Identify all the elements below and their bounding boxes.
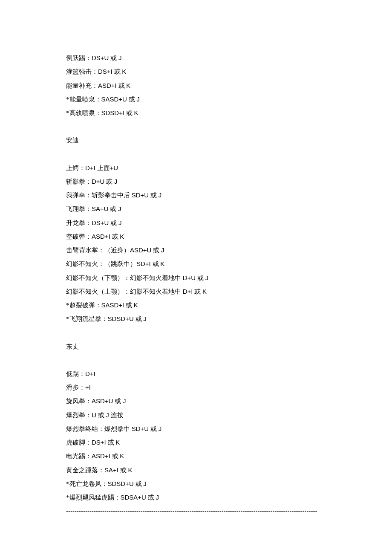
- move-name: 上鳄：: [66, 165, 85, 171]
- move-name: 电光踢：: [66, 453, 92, 460]
- move-line: 低踢：D+I: [66, 367, 326, 381]
- move-name: *爆烈飓风猛虎踢：: [66, 494, 121, 501]
- move-line: *飞翔流星拳：SDSD+U 或 J: [66, 312, 326, 326]
- move-alt: J: [159, 191, 162, 199]
- move-name: 我弹幸：斩影拳击中后: [66, 192, 132, 199]
- move-suffix: 或: [118, 467, 128, 474]
- move-suffix: 或: [113, 398, 123, 405]
- move-suffix: 或: [96, 412, 106, 419]
- move-alt: K: [128, 466, 132, 474]
- move-alt: J: [205, 274, 209, 281]
- move-cmd: SDSA+U: [121, 494, 146, 501]
- move-name: *飞翔流星拳：: [66, 315, 108, 322]
- move-cmd: SD+U: [132, 425, 149, 432]
- move-suffix: 或: [124, 110, 134, 116]
- move-suffix: 或: [134, 480, 144, 487]
- move-cmd: SDSD+U: [108, 315, 134, 322]
- move-name: 爆烈拳：: [66, 412, 92, 419]
- move-line: 爆烈拳：U 或 J 连按: [66, 408, 326, 422]
- move-alt: J: [143, 480, 147, 487]
- move-name: 幻影不知火（上颚）：幻影不知火着地中: [66, 288, 183, 295]
- move-suffix: 或: [134, 315, 144, 322]
- move-line: 击臂背水掌：（近身）ASD+U 或 J: [66, 243, 326, 257]
- move-alt: K: [115, 439, 120, 446]
- move-alt: J: [118, 219, 122, 226]
- section-spacer: [66, 326, 326, 340]
- move-cmd: SDSD+I: [101, 109, 125, 116]
- move-suffix: 或: [104, 178, 114, 185]
- move-line: 灌篮强击：DS+I 或 K: [66, 65, 326, 78]
- move-cmd: SASD+U: [101, 95, 127, 103]
- move-alt: K: [120, 452, 124, 460]
- move-alt: K: [122, 68, 126, 75]
- move-suffix: 或: [151, 247, 161, 254]
- move-cmd: DS+I: [98, 68, 112, 75]
- move-suffix: 或: [112, 68, 122, 75]
- section-spacer: [66, 353, 326, 367]
- move-cmd: ASD+U: [130, 246, 151, 254]
- move-suffix: 或: [106, 439, 116, 446]
- move-alt: J: [123, 397, 126, 405]
- move-cmd: ASD+I: [98, 82, 117, 89]
- move-line: 我弹幸：斩影拳击中后 SD+U 或 J: [66, 188, 326, 202]
- move-line: 倒跃踢：DS+U 或 J: [66, 51, 326, 65]
- move-cmd: D+I: [85, 370, 95, 377]
- move-name: 幻影不知火（下颚）：幻影不知火着地中: [66, 275, 183, 281]
- move-name: 爆烈拳终结：爆烈拳中: [66, 425, 132, 432]
- move-line: 虎破脚：DS+I 或 K: [66, 436, 326, 449]
- move-suffix: 或: [196, 275, 205, 281]
- move-name: 滑步：: [66, 384, 85, 391]
- move-suffix: 或: [110, 233, 120, 240]
- move-alt: K: [126, 82, 130, 89]
- move-suffix: 或: [109, 55, 118, 61]
- move-cmd: DS+U: [92, 219, 109, 226]
- move-name: 升龙拳：: [66, 220, 92, 226]
- move-line: *超裂破弹：SASD+I 或 K: [66, 298, 326, 312]
- move-suffix: 或: [110, 453, 120, 460]
- move-suffix: 或: [193, 288, 203, 295]
- move-line: 滑步：+I: [66, 381, 326, 394]
- move-cmd: SDSD+U: [108, 480, 134, 487]
- move-name: *高轨喷泉：: [66, 110, 101, 116]
- move-cmd: SASD+I: [101, 301, 124, 309]
- section-spacer: [66, 147, 326, 161]
- move-name: 能量补充：: [66, 82, 98, 89]
- move-line: *能量喷泉：SASD+U 或 J: [66, 92, 326, 106]
- move-line: 幻影不知火：（跳跃中）SD+I 或 K: [66, 257, 326, 271]
- move-cmd: D+U: [92, 178, 104, 185]
- move-line: 爆烈拳终结：爆烈拳中 SD+U 或 J: [66, 422, 326, 436]
- move-name: *超裂破弹：: [66, 302, 101, 309]
- move-name: 低踢：: [66, 370, 85, 377]
- move-tail: 连按: [109, 412, 124, 419]
- move-cmd: ASD+U: [92, 397, 113, 405]
- move-name: 黄金之踵落：: [66, 467, 104, 474]
- move-alt: +U: [110, 164, 118, 171]
- move-alt: K: [160, 260, 164, 267]
- move-suffix: 或: [124, 302, 134, 309]
- document-page: 倒跃踢：DS+U 或 J 灌篮强击：DS+I 或 K 能量补充：ASD+I 或 …: [0, 0, 392, 535]
- move-alt: J: [118, 205, 121, 212]
- move-suffix: 或: [109, 205, 118, 212]
- move-name: 飞翔拳：: [66, 205, 92, 212]
- move-alt: K: [202, 288, 207, 295]
- move-name: *能量喷泉：: [66, 96, 101, 103]
- move-alt: K: [134, 109, 138, 116]
- move-line: 黄金之踵落：SA+I 或 K: [66, 463, 326, 477]
- move-suffix: 或: [149, 192, 159, 199]
- move-alt: J: [136, 95, 140, 103]
- divider-line: ----------------------------------------…: [66, 504, 326, 518]
- move-name: *死亡龙卷风：: [66, 480, 108, 487]
- move-cmd: ASD+I: [92, 452, 110, 460]
- move-alt: J: [161, 246, 164, 254]
- move-name: 倒跃踢：: [66, 55, 92, 61]
- move-cmd: D+I: [85, 164, 95, 171]
- section-title: 东丈: [66, 340, 326, 353]
- move-suffix: 或: [149, 425, 159, 432]
- move-line: *死亡龙卷风：SDSD+U 或 J: [66, 477, 326, 491]
- move-alt: J: [143, 315, 147, 322]
- move-line: 幻影不知火（下颚）：幻影不知火着地中 D+U 或 J: [66, 271, 326, 285]
- move-line: *高轨喷泉：SDSD+I 或 K: [66, 106, 326, 120]
- move-cmd: SA+I: [104, 466, 118, 474]
- move-alt: J: [156, 494, 159, 501]
- move-line: 电光踢：ASD+I 或 K: [66, 449, 326, 463]
